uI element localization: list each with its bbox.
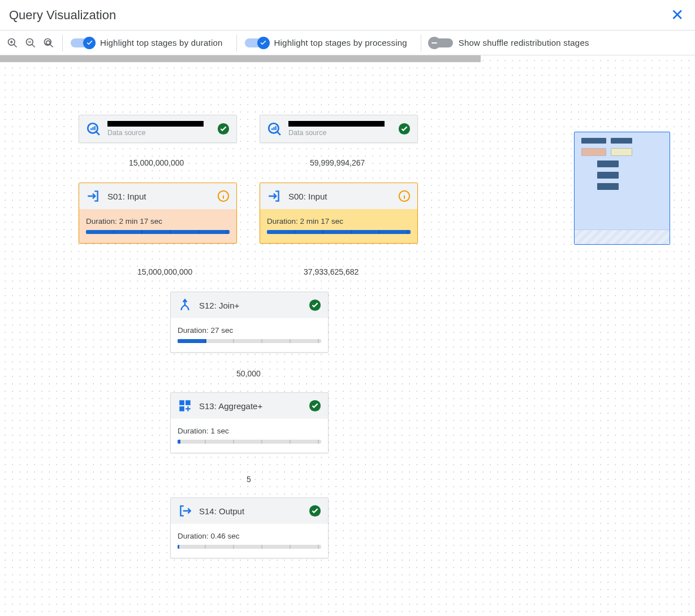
- status-badge-success-icon: [398, 123, 411, 135]
- progress-bar: [86, 230, 230, 234]
- svg-rect-32: [271, 128, 273, 130]
- status-badge-info-icon: [398, 190, 411, 202]
- progress-bar: [178, 545, 321, 549]
- node-s13[interactable]: S13: Aggregate+ Duration: 1 sec: [170, 392, 329, 453]
- node-duration-label: Duration: 1 sec: [178, 427, 321, 435]
- join-icon: [178, 298, 192, 313]
- toolbar: Highlight top stages by duration Highlig…: [0, 31, 695, 55]
- edge-label: 59,999,994,267: [310, 158, 365, 167]
- input-icon: [267, 189, 282, 203]
- toggle-duration-label: Highlight top stages by duration: [100, 38, 223, 47]
- status-badge-success-icon: [217, 123, 230, 135]
- toggle-shuffle[interactable]: Show shuffle redistribution stages: [429, 37, 595, 49]
- edge-label: 15,000,000,000: [137, 267, 192, 276]
- edge-label: 50,000: [236, 369, 261, 378]
- close-button[interactable]: ✕: [668, 6, 686, 24]
- edge-label: 5: [247, 475, 251, 484]
- toggle-duration[interactable]: Highlight top stages by duration: [71, 37, 228, 49]
- graph-canvas[interactable]: 15,000,000,000 59,999,994,267 15,000,000…: [0, 55, 695, 616]
- edge-label: 37,933,625,682: [304, 267, 359, 276]
- svg-line-8: [50, 44, 53, 47]
- node-duration-label: Duration: 0.46 sec: [178, 532, 321, 540]
- toggle-processing[interactable]: Highlight top stages by processing: [245, 37, 413, 49]
- status-badge-success-icon: [309, 400, 321, 412]
- node-data-source-2[interactable]: Data source: [260, 115, 418, 143]
- svg-rect-26: [90, 128, 92, 130]
- progress-bar: [267, 230, 411, 234]
- svg-rect-45: [179, 406, 184, 411]
- svg-line-25: [96, 132, 99, 135]
- node-s12[interactable]: S12: Join+ Duration: 27 sec: [170, 292, 329, 353]
- input-icon: [86, 189, 101, 203]
- status-badge-info-icon: [217, 190, 230, 202]
- svg-rect-33: [273, 127, 274, 130]
- edge-label: 15,000,000,000: [129, 158, 184, 167]
- node-s01[interactable]: S01: Input Duration: 2 min 17 sec: [79, 183, 237, 244]
- svg-line-5: [32, 44, 35, 47]
- output-icon: [178, 504, 192, 518]
- node-subtitle: Data source: [288, 129, 391, 137]
- node-s00[interactable]: S00: Input Duration: 2 min 17 sec: [260, 183, 418, 244]
- scrollbar-horizontal[interactable]: [0, 55, 481, 62]
- node-title: S12: Join+: [199, 301, 302, 310]
- svg-rect-44: [185, 400, 191, 405]
- node-title: S14: Output: [199, 506, 302, 516]
- data-source-icon: [86, 122, 101, 136]
- toolbar-divider: [62, 34, 63, 51]
- node-title: S00: Input: [288, 192, 391, 201]
- progress-bar: [178, 440, 321, 444]
- status-badge-success-icon: [309, 299, 321, 311]
- toolbar-divider: [421, 34, 421, 51]
- svg-line-31: [277, 132, 280, 135]
- node-subtitle: Data source: [107, 129, 210, 137]
- node-title: S01: Input: [107, 192, 210, 201]
- aggregate-icon: [178, 398, 192, 413]
- svg-line-1: [14, 44, 17, 47]
- svg-rect-28: [94, 126, 96, 130]
- redacted-title: [107, 121, 204, 127]
- status-badge-success-icon: [309, 505, 321, 517]
- toggle-shuffle-label: Show shuffle redistribution stages: [459, 38, 589, 47]
- node-title: S13: Aggregate+: [199, 401, 302, 411]
- data-source-icon: [267, 122, 282, 136]
- zoom-out-icon[interactable]: [25, 37, 36, 49]
- header: Query Visualization ✕: [0, 0, 695, 31]
- zoom-reset-icon[interactable]: [43, 37, 54, 49]
- svg-rect-27: [92, 127, 93, 130]
- node-s14[interactable]: S14: Output Duration: 0.46 sec: [170, 497, 329, 558]
- minimap-panel[interactable]: [574, 132, 670, 245]
- node-duration-label: Duration: 2 min 17 sec: [267, 217, 411, 225]
- svg-rect-43: [179, 400, 184, 405]
- node-data-source-1[interactable]: Data source: [79, 115, 237, 143]
- toggle-processing-label: Highlight top stages by processing: [274, 38, 407, 47]
- node-duration-label: Duration: 27 sec: [178, 326, 321, 335]
- page-title: Query Visualization: [9, 8, 116, 23]
- node-duration-label: Duration: 2 min 17 sec: [86, 217, 230, 225]
- zoom-in-icon[interactable]: [7, 37, 18, 49]
- progress-bar: [178, 339, 321, 343]
- svg-rect-34: [275, 126, 277, 130]
- toolbar-divider: [236, 34, 237, 51]
- redacted-title: [288, 121, 385, 127]
